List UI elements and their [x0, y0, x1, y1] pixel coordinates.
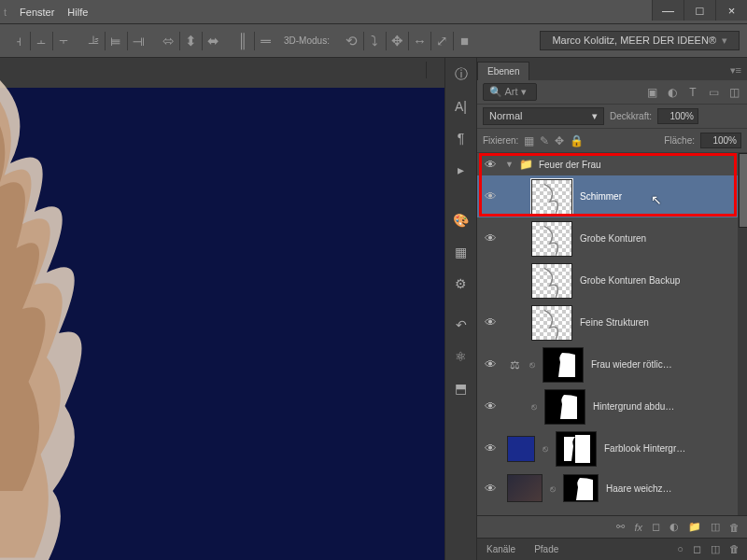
layer-hintergrund-abdu[interactable]: 👁 ⎋ Hintergrund abdu… [477, 385, 747, 427]
spacing-icon[interactable]: ⬌ [202, 32, 220, 50]
save-selection-icon[interactable]: ◻ [693, 543, 701, 555]
properties-icon[interactable]: ⬒ [452, 379, 471, 398]
history-icon[interactable]: ↶ [452, 315, 471, 334]
visibility-icon[interactable]: 👁 [481, 399, 500, 413]
layer-schimmer[interactable]: 👁 Schimmer [477, 175, 747, 217]
pan-icon[interactable]: ✥ [386, 32, 404, 50]
tab-pfade[interactable]: Pfade [525, 540, 568, 558]
search-input[interactable]: 🔍 Art ▾ [483, 83, 537, 101]
maximize-button[interactable]: □ [684, 0, 715, 21]
lock-position-icon[interactable]: ✥ [555, 134, 564, 147]
layer-feine-strukturen[interactable]: 👁 Feine Strukturen [477, 301, 747, 343]
mask-thumbnail[interactable] [543, 347, 584, 383]
layer-haare[interactable]: 👁 ⎋ Haare weichz… [477, 469, 747, 507]
actions-icon[interactable]: ⚛ [452, 347, 471, 366]
layer-name[interactable]: Feine Strukturen [580, 317, 649, 328]
layer-thumbnail[interactable] [531, 305, 572, 341]
filter-image-icon[interactable]: ▣ [644, 85, 659, 100]
filter-adjust-icon[interactable]: ◐ [665, 85, 680, 100]
paragraph-icon[interactable]: ¶ [452, 129, 471, 147]
scrollbar[interactable] [738, 153, 747, 515]
lock-pixels-icon[interactable]: ▦ [524, 134, 534, 147]
layer-name[interactable]: Grobe Konturen [580, 233, 646, 244]
filter-smart-icon[interactable]: ◫ [726, 85, 741, 100]
spacing-icon[interactable]: ═ [254, 32, 273, 50]
mask-thumbnail[interactable] [563, 474, 599, 502]
filter-shape-icon[interactable]: ▭ [706, 85, 721, 100]
adjustment-icon[interactable]: ◐ [669, 521, 679, 533]
align-icon[interactable]: ⫠ [30, 32, 49, 50]
align-icon[interactable]: ⫟ [52, 32, 71, 50]
menu-hilfe[interactable]: Hilfe [67, 7, 88, 18]
spacing-icon[interactable]: ⬍ [179, 32, 198, 50]
layer-frau-roetlich[interactable]: 👁 ⚖ ⎋ Frau wieder rötlic… [477, 343, 747, 385]
lock-all-icon[interactable]: 🔒 [570, 134, 584, 147]
layer-thumbnail[interactable] [531, 263, 572, 299]
blend-mode-select[interactable]: Normal▾ [483, 107, 604, 125]
swatches-icon[interactable]: ▦ [452, 243, 471, 261]
group-icon[interactable]: 📁 [688, 521, 701, 533]
delete-icon[interactable]: 🗑 [729, 522, 740, 533]
visibility-icon[interactable]: 👁 [481, 482, 500, 496]
filter-type-icon[interactable]: T [685, 85, 700, 100]
panel-menu-icon[interactable]: ▾≡ [725, 61, 747, 80]
layer-name[interactable]: Haare weichz… [606, 483, 672, 494]
close-button[interactable]: × [715, 0, 747, 21]
scale-icon[interactable]: ⤢ [430, 32, 449, 50]
collapse-icon[interactable]: ▸ [452, 161, 471, 179]
new-layer-icon[interactable]: ◫ [711, 521, 720, 533]
color-icon[interactable]: 🎨 [452, 211, 471, 230]
distribute-icon[interactable]: ⫣ [127, 32, 146, 50]
layer-thumbnail[interactable] [531, 221, 572, 257]
mask-icon[interactable]: ◻ [652, 521, 660, 533]
layer-name[interactable]: Schimmer [580, 191, 622, 202]
layer-grobe-konturen[interactable]: 👁 Grobe Konturen [477, 217, 747, 259]
opacity-input[interactable]: 100% [657, 108, 698, 124]
mask-thumbnail[interactable] [544, 389, 585, 425]
layer-thumbnail[interactable] [507, 474, 543, 502]
menu-partial[interactable]: t [4, 7, 7, 18]
load-selection-icon[interactable]: ○ [677, 543, 684, 555]
character-icon[interactable]: A| [452, 97, 471, 116]
delete-channel-icon[interactable]: 🗑 [729, 543, 740, 555]
info-icon[interactable]: ⓘ [452, 65, 471, 84]
visibility-icon[interactable]: 👁 [481, 315, 500, 329]
distribute-icon[interactable]: ⫢ [105, 32, 123, 50]
distribute-icon[interactable]: ⫡ [82, 32, 101, 50]
layer-farblook[interactable]: 👁 ⎋ Farblook Hintergr… [477, 427, 747, 469]
document-canvas[interactable] [0, 88, 444, 560]
tab-kanaele[interactable]: Kanäle [477, 540, 525, 558]
align-icon[interactable]: ⫞ [7, 32, 26, 50]
fill-input[interactable]: 100% [700, 133, 741, 148]
user-credit-dropdown[interactable]: Marco Kolditz, MEER DER IDEEN® ▾ [540, 31, 740, 50]
visibility-icon[interactable]: 👁 [481, 231, 500, 245]
minimize-button[interactable]: — [652, 0, 684, 21]
link-layers-icon[interactable]: ⚯ [616, 521, 625, 533]
disclosure-icon[interactable]: ▼ [505, 160, 514, 169]
layer-name[interactable]: Grobe Konturen Backup [580, 275, 680, 286]
layer-name[interactable]: Hintergrund abdu… [593, 401, 674, 412]
camera-icon[interactable]: ■ [453, 32, 472, 50]
spacing-icon[interactable]: ║ [232, 32, 250, 50]
layer-name[interactable]: Farblook Hintergr… [604, 443, 685, 454]
adjustments-icon[interactable]: ⚙ [452, 274, 471, 293]
dock-collapse-icon[interactable] [426, 62, 444, 78]
visibility-icon[interactable]: 👁 [481, 189, 500, 203]
layer-name[interactable]: Frau wieder rötlic… [591, 359, 672, 370]
orbit-icon[interactable]: ⟲ [341, 32, 359, 50]
slide-icon[interactable]: ↔ [408, 32, 427, 50]
layer-thumbnail[interactable] [531, 179, 572, 215]
lock-brush-icon[interactable]: ✎ [540, 134, 549, 147]
tab-ebenen[interactable]: Ebenen [477, 62, 529, 80]
color-thumbnail[interactable] [507, 436, 535, 462]
spacing-icon[interactable]: ⬄ [157, 32, 176, 50]
visibility-icon[interactable]: 👁 [481, 158, 500, 172]
mask-thumbnail[interactable] [556, 431, 597, 467]
visibility-icon[interactable]: 👁 [481, 441, 500, 455]
fx-icon[interactable]: fx [634, 522, 642, 533]
new-channel-icon[interactable]: ◫ [711, 543, 720, 555]
layer-backup[interactable]: Grobe Konturen Backup [477, 259, 747, 301]
visibility-icon[interactable]: 👁 [481, 357, 500, 371]
layer-group[interactable]: 👁 ▼ 📁 Feuer der Frau [477, 153, 747, 175]
roll-icon[interactable]: ⤵ [363, 32, 382, 50]
